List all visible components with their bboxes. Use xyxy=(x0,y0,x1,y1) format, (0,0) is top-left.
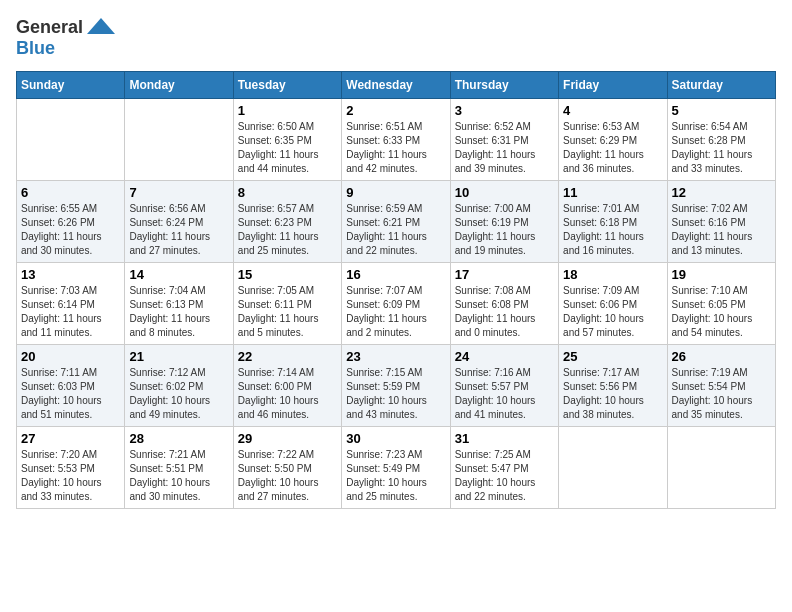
calendar-cell: 11Sunrise: 7:01 AMSunset: 6:18 PMDayligh… xyxy=(559,181,667,263)
day-number: 7 xyxy=(129,185,228,200)
day-number: 15 xyxy=(238,267,337,282)
day-info: Sunrise: 7:12 AMSunset: 6:02 PMDaylight:… xyxy=(129,366,228,422)
day-info: Sunrise: 7:22 AMSunset: 5:50 PMDaylight:… xyxy=(238,448,337,504)
day-number: 8 xyxy=(238,185,337,200)
logo-blue: Blue xyxy=(16,38,55,58)
weekday-header: Monday xyxy=(125,72,233,99)
day-number: 23 xyxy=(346,349,445,364)
day-number: 13 xyxy=(21,267,120,282)
calendar-cell: 23Sunrise: 7:15 AMSunset: 5:59 PMDayligh… xyxy=(342,345,450,427)
day-info: Sunrise: 7:01 AMSunset: 6:18 PMDaylight:… xyxy=(563,202,662,258)
calendar-cell xyxy=(17,99,125,181)
day-info: Sunrise: 6:51 AMSunset: 6:33 PMDaylight:… xyxy=(346,120,445,176)
day-number: 17 xyxy=(455,267,554,282)
logo: General Blue xyxy=(16,16,115,59)
day-number: 28 xyxy=(129,431,228,446)
day-number: 20 xyxy=(21,349,120,364)
calendar-cell: 20Sunrise: 7:11 AMSunset: 6:03 PMDayligh… xyxy=(17,345,125,427)
day-info: Sunrise: 7:19 AMSunset: 5:54 PMDaylight:… xyxy=(672,366,771,422)
day-info: Sunrise: 7:25 AMSunset: 5:47 PMDaylight:… xyxy=(455,448,554,504)
day-number: 16 xyxy=(346,267,445,282)
day-info: Sunrise: 6:50 AMSunset: 6:35 PMDaylight:… xyxy=(238,120,337,176)
calendar-cell: 31Sunrise: 7:25 AMSunset: 5:47 PMDayligh… xyxy=(450,427,558,509)
calendar-cell: 16Sunrise: 7:07 AMSunset: 6:09 PMDayligh… xyxy=(342,263,450,345)
weekday-header: Sunday xyxy=(17,72,125,99)
weekday-header: Saturday xyxy=(667,72,775,99)
day-info: Sunrise: 7:15 AMSunset: 5:59 PMDaylight:… xyxy=(346,366,445,422)
day-number: 10 xyxy=(455,185,554,200)
day-info: Sunrise: 6:53 AMSunset: 6:29 PMDaylight:… xyxy=(563,120,662,176)
day-number: 6 xyxy=(21,185,120,200)
day-info: Sunrise: 6:55 AMSunset: 6:26 PMDaylight:… xyxy=(21,202,120,258)
logo-icon xyxy=(87,16,115,38)
day-info: Sunrise: 7:03 AMSunset: 6:14 PMDaylight:… xyxy=(21,284,120,340)
day-info: Sunrise: 7:00 AMSunset: 6:19 PMDaylight:… xyxy=(455,202,554,258)
day-info: Sunrise: 6:52 AMSunset: 6:31 PMDaylight:… xyxy=(455,120,554,176)
calendar-cell: 6Sunrise: 6:55 AMSunset: 6:26 PMDaylight… xyxy=(17,181,125,263)
calendar-cell: 1Sunrise: 6:50 AMSunset: 6:35 PMDaylight… xyxy=(233,99,341,181)
day-info: Sunrise: 6:54 AMSunset: 6:28 PMDaylight:… xyxy=(672,120,771,176)
calendar-cell: 13Sunrise: 7:03 AMSunset: 6:14 PMDayligh… xyxy=(17,263,125,345)
day-number: 1 xyxy=(238,103,337,118)
day-info: Sunrise: 7:16 AMSunset: 5:57 PMDaylight:… xyxy=(455,366,554,422)
day-number: 18 xyxy=(563,267,662,282)
calendar-cell: 29Sunrise: 7:22 AMSunset: 5:50 PMDayligh… xyxy=(233,427,341,509)
calendar-cell xyxy=(667,427,775,509)
calendar-week-row: 13Sunrise: 7:03 AMSunset: 6:14 PMDayligh… xyxy=(17,263,776,345)
day-info: Sunrise: 7:20 AMSunset: 5:53 PMDaylight:… xyxy=(21,448,120,504)
day-info: Sunrise: 6:59 AMSunset: 6:21 PMDaylight:… xyxy=(346,202,445,258)
day-info: Sunrise: 6:56 AMSunset: 6:24 PMDaylight:… xyxy=(129,202,228,258)
day-number: 21 xyxy=(129,349,228,364)
weekday-header: Friday xyxy=(559,72,667,99)
calendar-cell xyxy=(559,427,667,509)
weekday-header: Tuesday xyxy=(233,72,341,99)
day-info: Sunrise: 7:21 AMSunset: 5:51 PMDaylight:… xyxy=(129,448,228,504)
day-number: 5 xyxy=(672,103,771,118)
day-info: Sunrise: 7:02 AMSunset: 6:16 PMDaylight:… xyxy=(672,202,771,258)
calendar-cell: 28Sunrise: 7:21 AMSunset: 5:51 PMDayligh… xyxy=(125,427,233,509)
calendar-cell: 7Sunrise: 6:56 AMSunset: 6:24 PMDaylight… xyxy=(125,181,233,263)
day-number: 25 xyxy=(563,349,662,364)
day-info: Sunrise: 7:07 AMSunset: 6:09 PMDaylight:… xyxy=(346,284,445,340)
calendar-table: SundayMondayTuesdayWednesdayThursdayFrid… xyxy=(16,71,776,509)
day-number: 27 xyxy=(21,431,120,446)
day-number: 11 xyxy=(563,185,662,200)
day-number: 9 xyxy=(346,185,445,200)
day-info: Sunrise: 7:05 AMSunset: 6:11 PMDaylight:… xyxy=(238,284,337,340)
day-number: 29 xyxy=(238,431,337,446)
weekday-header: Thursday xyxy=(450,72,558,99)
day-info: Sunrise: 7:08 AMSunset: 6:08 PMDaylight:… xyxy=(455,284,554,340)
day-info: Sunrise: 7:11 AMSunset: 6:03 PMDaylight:… xyxy=(21,366,120,422)
day-number: 4 xyxy=(563,103,662,118)
page-header: General Blue xyxy=(16,16,776,59)
calendar-cell: 2Sunrise: 6:51 AMSunset: 6:33 PMDaylight… xyxy=(342,99,450,181)
day-number: 12 xyxy=(672,185,771,200)
calendar-week-row: 6Sunrise: 6:55 AMSunset: 6:26 PMDaylight… xyxy=(17,181,776,263)
day-info: Sunrise: 7:14 AMSunset: 6:00 PMDaylight:… xyxy=(238,366,337,422)
calendar-cell: 15Sunrise: 7:05 AMSunset: 6:11 PMDayligh… xyxy=(233,263,341,345)
calendar-cell: 19Sunrise: 7:10 AMSunset: 6:05 PMDayligh… xyxy=(667,263,775,345)
calendar-cell: 26Sunrise: 7:19 AMSunset: 5:54 PMDayligh… xyxy=(667,345,775,427)
calendar-cell: 30Sunrise: 7:23 AMSunset: 5:49 PMDayligh… xyxy=(342,427,450,509)
day-number: 31 xyxy=(455,431,554,446)
day-number: 30 xyxy=(346,431,445,446)
calendar-cell: 4Sunrise: 6:53 AMSunset: 6:29 PMDaylight… xyxy=(559,99,667,181)
day-number: 14 xyxy=(129,267,228,282)
day-number: 2 xyxy=(346,103,445,118)
calendar-week-row: 27Sunrise: 7:20 AMSunset: 5:53 PMDayligh… xyxy=(17,427,776,509)
day-number: 19 xyxy=(672,267,771,282)
day-number: 22 xyxy=(238,349,337,364)
day-number: 24 xyxy=(455,349,554,364)
day-info: Sunrise: 6:57 AMSunset: 6:23 PMDaylight:… xyxy=(238,202,337,258)
day-info: Sunrise: 7:23 AMSunset: 5:49 PMDaylight:… xyxy=(346,448,445,504)
svg-marker-0 xyxy=(87,18,115,34)
calendar-week-row: 1Sunrise: 6:50 AMSunset: 6:35 PMDaylight… xyxy=(17,99,776,181)
calendar-cell: 27Sunrise: 7:20 AMSunset: 5:53 PMDayligh… xyxy=(17,427,125,509)
weekday-header: Wednesday xyxy=(342,72,450,99)
day-number: 26 xyxy=(672,349,771,364)
calendar-cell: 18Sunrise: 7:09 AMSunset: 6:06 PMDayligh… xyxy=(559,263,667,345)
day-info: Sunrise: 7:17 AMSunset: 5:56 PMDaylight:… xyxy=(563,366,662,422)
calendar-cell: 14Sunrise: 7:04 AMSunset: 6:13 PMDayligh… xyxy=(125,263,233,345)
calendar-cell: 9Sunrise: 6:59 AMSunset: 6:21 PMDaylight… xyxy=(342,181,450,263)
calendar-cell: 17Sunrise: 7:08 AMSunset: 6:08 PMDayligh… xyxy=(450,263,558,345)
